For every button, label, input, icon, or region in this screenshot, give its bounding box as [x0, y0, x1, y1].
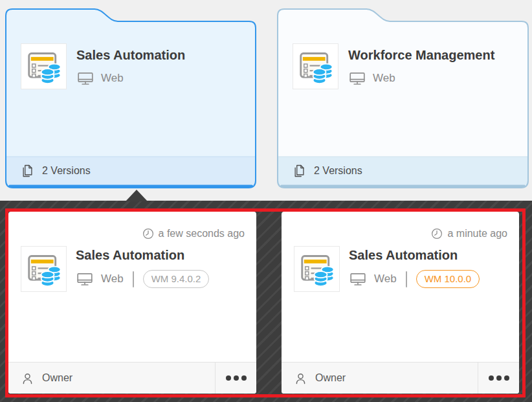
pages-icon — [21, 164, 34, 178]
platform-label: Web — [373, 72, 395, 85]
app-icon — [21, 43, 67, 89]
versions-count: 2 Versions — [42, 165, 91, 177]
version-badge: WM 10.0.0 — [416, 270, 480, 288]
monitor-icon — [348, 71, 366, 86]
owner-section: Owner — [8, 363, 215, 394]
ellipsis-icon — [504, 375, 509, 381]
ellipsis-icon — [234, 375, 239, 381]
owner-label: Owner — [42, 372, 72, 384]
clock-icon — [142, 228, 154, 240]
app-icon — [21, 246, 67, 292]
ellipsis-icon — [496, 375, 502, 381]
versions-count: 2 Versions — [314, 165, 362, 177]
platform-label: Web — [101, 72, 124, 85]
folder-title: Workforce Management — [348, 47, 494, 63]
ellipsis-icon — [489, 375, 494, 381]
timestamp: a minute ago — [447, 227, 507, 240]
platform-label: Web — [101, 273, 124, 285]
clock-icon — [431, 228, 443, 240]
version-card-footer: Owner — [8, 362, 256, 394]
pointer-triangle-icon — [126, 190, 148, 201]
separator — [133, 271, 134, 287]
folder-footer: 2 Versions — [279, 157, 527, 185]
timestamp: a few seconds ago — [159, 227, 245, 240]
monitor-icon — [76, 71, 94, 86]
version-card-title: Sales Automation — [76, 247, 209, 263]
ellipsis-menu-button[interactable] — [478, 363, 519, 394]
version-badge: WM 9.4.0.2 — [143, 270, 210, 288]
ellipsis-menu-button[interactable] — [215, 363, 256, 394]
person-icon — [21, 372, 34, 385]
folder-card-workforce-management[interactable]: Workforce Management Web 2 Versions — [277, 8, 529, 188]
platform-label: Web — [374, 273, 397, 285]
ellipsis-icon — [241, 375, 247, 381]
version-card-footer: Owner — [282, 362, 519, 394]
app-versions-screen: Sales Automation Web 2 Versions — [0, 0, 532, 402]
version-card-title: Sales Automation — [349, 247, 480, 263]
version-card[interactable]: a few seconds ago Sales Automation Web W… — [8, 212, 256, 394]
versions-highlight-box: a few seconds ago Sales Automation Web W… — [5, 208, 526, 397]
person-icon — [294, 372, 307, 385]
folder-title: Sales Automation — [76, 47, 185, 63]
folder-card-sales-automation[interactable]: Sales Automation Web 2 Versions — [5, 8, 256, 188]
owner-label: Owner — [315, 372, 346, 384]
monitor-icon — [76, 271, 94, 287]
owner-section: Owner — [282, 363, 478, 394]
ellipsis-icon — [226, 375, 231, 381]
version-card[interactable]: a minute ago Sales Automation Web WM 10.… — [282, 212, 519, 394]
folder-footer: 2 Versions — [7, 157, 254, 185]
monitor-icon — [349, 271, 367, 287]
separator — [406, 271, 407, 287]
app-icon — [294, 246, 340, 292]
pages-icon — [293, 164, 305, 178]
app-icon — [293, 43, 338, 89]
